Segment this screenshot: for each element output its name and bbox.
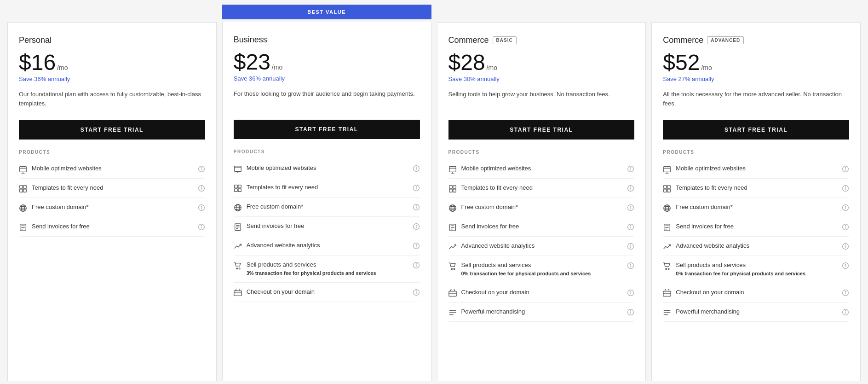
info-icon[interactable] [627,262,634,269]
info-icon[interactable] [842,289,849,296]
info-icon[interactable] [842,308,849,315]
feature-left: Free custom domain* [234,203,413,211]
website-icon [448,165,457,173]
svg-rect-108 [448,291,456,296]
start-trial-button[interactable]: START FREE TRIAL [663,120,849,140]
svg-point-152 [668,268,670,270]
checkout-icon [448,289,457,297]
feature-text: Advanced website analytics [461,242,535,250]
info-icon[interactable] [413,184,420,191]
info-icon[interactable] [842,223,849,230]
save-annually[interactable]: Save 36% annually [19,76,205,82]
feature-left: Send invoices for free [663,222,842,231]
feature-left: Mobile optimized websites [234,164,413,173]
svg-point-155 [845,264,846,265]
feature-item: Advanced website analytics [448,237,635,256]
info-icon[interactable] [842,242,849,250]
svg-point-13 [201,187,201,187]
svg-rect-38 [235,189,237,192]
info-icon[interactable] [413,222,420,230]
info-icon[interactable] [413,242,420,249]
feature-text: Templates to fit every need [247,183,318,192]
feature-text: Mobile optimized websites [676,164,746,173]
svg-point-104 [454,268,455,270]
start-trial-button[interactable]: START FREE TRIAL [19,120,205,140]
analytics-icon [234,242,242,250]
info-icon[interactable] [627,289,634,296]
feature-left: Send invoices for free [234,222,413,231]
svg-point-21 [201,206,201,207]
price-mo: /mo [701,64,712,71]
info-icon[interactable] [413,261,420,268]
svg-point-160 [845,291,846,291]
info-icon[interactable] [842,184,849,192]
feature-left: Advanced website analytics [448,242,627,250]
feature-item: Send invoices for free [19,217,205,237]
info-icon[interactable] [627,204,634,211]
feature-item: Templates to fit every need [234,178,420,198]
feature-subtext: 0% transaction fee for physical products… [676,270,805,277]
info-icon[interactable] [413,288,420,296]
feature-left: Free custom domain* [663,203,842,212]
info-icon[interactable] [627,308,634,315]
plan-card-personal: Personal $16 /mo Save 36% annuallyOur fo… [7,22,217,381]
save-annually[interactable]: Save 36% annually [234,75,420,82]
plan-price: $28 /mo [448,52,635,74]
feature-left: Advanced website analytics [663,242,842,250]
svg-point-102 [631,245,631,245]
svg-rect-71 [449,167,455,172]
info-icon[interactable] [413,164,420,172]
invoice-icon [19,223,27,231]
svg-rect-0 [20,167,26,172]
svg-rect-8 [23,186,26,188]
info-icon[interactable] [627,223,634,230]
info-icon[interactable] [198,223,205,230]
feature-item: Templates to fit every need [19,179,205,198]
save-annually[interactable]: Save 27% annually [663,76,849,82]
feature-item: Mobile optimized websites [19,159,205,179]
best-value-banner: BEST VALUE [222,5,431,19]
info-icon[interactable] [627,242,634,250]
svg-rect-156 [663,291,671,296]
plan-price: $52 /mo [663,52,849,74]
plan-name: Commerce BASIC [448,35,635,45]
feature-text: Powerful merchandising [676,308,740,316]
feature-text: Mobile optimized websites [461,164,531,173]
info-icon[interactable] [842,262,849,269]
feature-item: Templates to fit every need [448,179,635,198]
svg-point-35 [416,167,416,168]
svg-rect-66 [234,291,241,296]
feature-item: Templates to fit every need [663,179,849,198]
info-icon[interactable] [842,165,849,172]
feature-item: Checkout on your domain [663,283,849,303]
feature-text: Checkout on your domain [676,288,744,297]
price-mo: /mo [57,64,68,71]
start-trial-button[interactable]: START FREE TRIAL [234,120,420,139]
feature-left: Templates to fit every need [19,184,198,192]
start-trial-button[interactable]: START FREE TRIAL [448,120,635,140]
info-icon[interactable] [198,204,205,211]
feature-text: Send invoices for free [676,222,734,231]
feature-text: Mobile optimized websites [32,164,102,173]
info-icon[interactable] [627,184,634,192]
info-icon[interactable] [627,165,634,172]
website-icon [19,165,27,173]
plan-description: All the tools necessary for the more adv… [663,90,849,110]
svg-point-60 [416,244,416,245]
info-icon[interactable] [198,184,205,192]
svg-point-28 [201,226,201,226]
info-icon[interactable] [413,203,420,210]
products-label: PRODUCTS [663,150,849,155]
feature-left: Sell products and services 0% transactio… [663,261,842,278]
info-icon[interactable] [198,165,205,172]
feature-left: Sell products and services 0% transactio… [448,261,627,278]
feature-left: Mobile optimized websites [448,164,627,173]
feature-left: Mobile optimized websites [663,164,842,173]
svg-rect-9 [20,189,23,192]
svg-point-70 [416,291,416,291]
save-annually[interactable]: Save 30% annually [448,76,635,82]
info-icon[interactable] [842,204,849,211]
feature-item: Free custom domain* [234,198,420,217]
feature-text: Checkout on your domain [461,288,529,297]
plan-name: Business [234,35,420,45]
